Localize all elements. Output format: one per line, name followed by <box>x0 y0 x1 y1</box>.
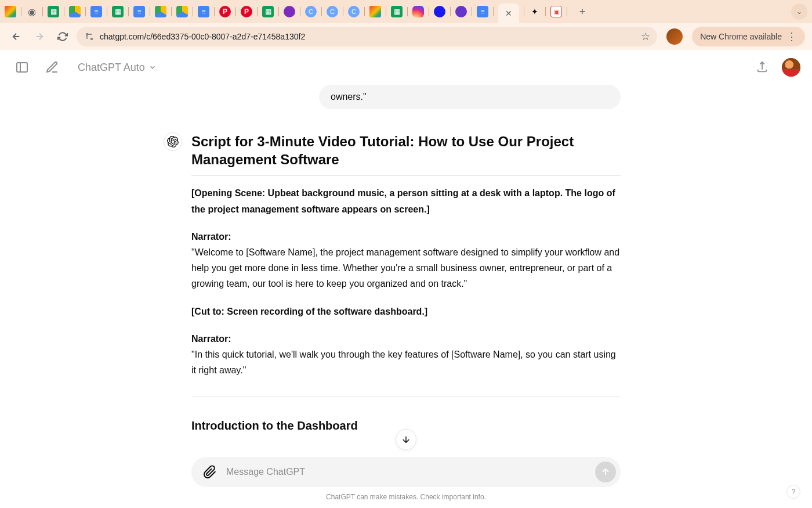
new-tab-button[interactable]: + <box>574 3 590 20</box>
narrator-block-1: Narrator: "Welcome to [Software Name], t… <box>191 229 621 292</box>
tab-sheets-3[interactable]: ▦ <box>262 6 274 17</box>
narrator-block-2: Narrator: "In this quick tutorial, we'll… <box>191 331 621 379</box>
tab-purple-circle[interactable] <box>455 6 467 17</box>
tab-pinterest-1[interactable]: P <box>219 6 231 17</box>
browser-profile-avatar[interactable] <box>666 28 683 45</box>
tab-c-3[interactable]: C <box>348 6 360 17</box>
tab-docs-3[interactable]: ≡ <box>198 6 209 17</box>
cut-to-scene: [Cut to: Screen recording of the softwar… <box>191 304 621 319</box>
user-message: owners." <box>319 85 621 109</box>
active-tab-chatgpt[interactable]: ✕ <box>498 3 519 23</box>
tab-c-2[interactable]: C <box>327 6 338 17</box>
tab-purple[interactable] <box>284 6 295 17</box>
narrator-label-1: Narrator: <box>191 232 231 242</box>
assistant-avatar-icon <box>164 132 182 151</box>
narrator-text-2: "In this quick tutorial, we'll walk you … <box>191 350 616 375</box>
narrator-label-2: Narrator: <box>191 334 231 344</box>
opening-scene: [Opening Scene: Upbeat background music,… <box>191 185 621 217</box>
url-text[interactable]: chatgpt.com/c/66ed3375-00c0-8007-a2d7-e7… <box>100 32 636 41</box>
tab-instagram[interactable] <box>412 6 424 17</box>
bookmark-star-icon[interactable]: ☆ <box>641 30 650 43</box>
share-button[interactable] <box>752 57 773 78</box>
svg-point-0 <box>86 34 88 35</box>
attach-button[interactable] <box>201 463 219 481</box>
model-selector[interactable]: ChatGPT Auto <box>72 58 162 77</box>
tab-red-box[interactable]: ▣ <box>550 6 562 17</box>
scroll-to-bottom-button[interactable] <box>396 429 416 450</box>
user-avatar[interactable] <box>782 58 800 77</box>
input-area: Message ChatGPT ChatGPT can make mistake… <box>0 457 812 508</box>
svg-rect-2 <box>17 63 27 72</box>
tab-globe[interactable]: ◉ <box>26 6 38 17</box>
tab-sheets-2[interactable]: ▦ <box>112 6 124 17</box>
narrator-text-1: "Welcome to [Software Name], the project… <box>191 247 619 289</box>
message-input-placeholder: Message ChatGPT <box>226 467 588 477</box>
user-message-text: owners." <box>331 92 367 102</box>
tab-blue-circle[interactable] <box>434 6 445 17</box>
tab-openai[interactable]: ✦ <box>529 6 541 17</box>
tab-list-dropdown[interactable]: ⌄ <box>791 3 807 20</box>
tab-docs-4[interactable]: ≡ <box>477 6 488 17</box>
sidebar-toggle-button[interactable] <box>12 57 32 78</box>
section-divider <box>191 397 621 397</box>
address-bar[interactable]: chatgpt.com/c/66ed3375-00c0-8007-a2d7-e7… <box>77 27 657 46</box>
tab-c-1[interactable]: C <box>305 6 317 17</box>
forward-button[interactable] <box>30 27 49 46</box>
back-button[interactable] <box>7 27 26 46</box>
close-icon[interactable]: ✕ <box>505 9 512 18</box>
new-chat-button[interactable] <box>42 57 63 78</box>
conversation-content: owners." Script for 3-Minute Video Tutor… <box>0 85 812 456</box>
browser-tabs-strip: ◉ ▦ ≡ ▦ ≡ ≡ P P ▦ C C C ▦ ≡ ✕ ✦ ▣ + ⌄ <box>0 0 812 23</box>
tab-gmail-2[interactable] <box>369 6 381 17</box>
message-input-container[interactable]: Message ChatGPT <box>191 457 621 487</box>
browser-menu-icon[interactable]: ⋮ <box>786 30 797 43</box>
tab-drive-3[interactable] <box>176 6 188 17</box>
send-button[interactable] <box>595 462 616 482</box>
tab-docs-2[interactable]: ≡ <box>133 6 145 17</box>
tab-pinterest-2[interactable]: P <box>241 6 252 17</box>
tab-drive-1[interactable] <box>69 6 81 17</box>
tab-sheets-1[interactable]: ▦ <box>48 6 59 17</box>
response-title: Script for 3-Minute Video Tutorial: How … <box>191 132 621 176</box>
tab-docs-1[interactable]: ≡ <box>90 6 102 17</box>
site-info-icon[interactable] <box>84 31 95 42</box>
chevron-down-icon <box>148 63 157 71</box>
model-name: ChatGPT Auto <box>78 62 145 74</box>
reload-button[interactable] <box>53 27 72 46</box>
assistant-message: Script for 3-Minute Video Tutorial: How … <box>191 132 621 435</box>
app-header: ChatGPT Auto <box>0 50 812 85</box>
chrome-update-button[interactable]: New Chrome available ⋮ <box>692 27 805 46</box>
browser-toolbar: chatgpt.com/c/66ed3375-00c0-8007-a2d7-e7… <box>0 23 812 50</box>
tab-gmail[interactable] <box>5 6 16 17</box>
disclaimer-text: ChatGPT can make mistakes. Check importa… <box>191 493 621 501</box>
svg-point-1 <box>91 38 93 40</box>
tab-sheets-4[interactable]: ▦ <box>391 6 403 17</box>
help-button[interactable]: ? <box>786 485 800 499</box>
chrome-update-label: New Chrome available <box>700 32 782 41</box>
assistant-content: Script for 3-Minute Video Tutorial: How … <box>191 132 621 435</box>
tab-drive-2[interactable] <box>155 6 166 17</box>
